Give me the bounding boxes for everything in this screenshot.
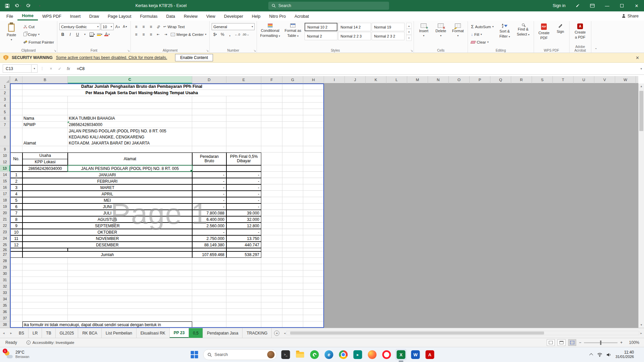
cut-button[interactable]: Cut: [22, 23, 55, 30]
cell-F37[interactable]: [261, 315, 282, 321]
ribbon-tab-nitro-pro[interactable]: Nitro Pro: [265, 11, 290, 20]
row-header-28[interactable]: 28: [0, 258, 10, 264]
cell-F5[interactable]: [261, 109, 282, 115]
cell-G23[interactable]: [282, 229, 303, 235]
column-header-W[interactable]: W: [615, 76, 636, 83]
cell-A1[interactable]: [10, 83, 22, 90]
cell-G29[interactable]: [282, 264, 303, 270]
row-header-9[interactable]: 9: [0, 146, 10, 153]
fill-color-button[interactable]: ▾: [96, 31, 103, 38]
outside-print-area[interactable]: [324, 165, 638, 172]
pph-februari[interactable]: -: [226, 178, 261, 184]
ribbon-tab-formulas[interactable]: Formulas: [136, 11, 162, 20]
increase-font-size-icon[interactable]: A▲: [114, 23, 121, 30]
cell-H27[interactable]: [303, 251, 324, 258]
cell-F27[interactable]: [261, 251, 282, 258]
cell-G32[interactable]: [282, 283, 303, 290]
cell-H19[interactable]: [303, 203, 324, 210]
cell-H21[interactable]: [303, 216, 324, 223]
cell-style-normal-10-2[interactable]: Normal 10 2: [305, 23, 337, 31]
decrease-decimal-icon[interactable]: .00→: [241, 31, 250, 38]
cell-E7[interactable]: [226, 122, 261, 128]
conditional-formatting-button[interactable]: Conditional Formatting ▾: [259, 22, 281, 38]
wifi-icon[interactable]: [597, 353, 602, 357]
bruto-oktober[interactable]: -: [192, 229, 226, 235]
month-no-mei[interactable]: 5: [10, 197, 22, 203]
outside-print-area[interactable]: [324, 210, 638, 216]
cell-H35[interactable]: [303, 302, 324, 309]
month-no-desember[interactable]: 12: [10, 242, 22, 248]
ribbon-tab-file[interactable]: File: [2, 11, 17, 20]
clipboard-dialog-launcher-icon[interactable]: ↘: [54, 49, 57, 52]
formula-input[interactable]: =C8: [77, 66, 85, 71]
row-header-33[interactable]: 33: [0, 290, 10, 296]
cell-A34[interactable]: [10, 296, 22, 302]
cell-H10[interactable]: [303, 153, 324, 165]
font-size-select[interactable]: 10▾: [101, 23, 114, 30]
clock[interactable]: 11:40 31/01/2026: [615, 350, 634, 359]
ribbon-tab-developer[interactable]: Developer: [220, 11, 248, 20]
cell-G27[interactable]: [282, 251, 303, 258]
row-header-24[interactable]: 24: [0, 235, 10, 242]
page-layout-view-button[interactable]: [557, 339, 566, 346]
cell-H38[interactable]: [303, 321, 324, 328]
cell-B4[interactable]: [22, 103, 68, 109]
zoom-in-icon[interactable]: +: [620, 340, 623, 345]
cell-H37[interactable]: [303, 315, 324, 321]
cell-B29[interactable]: [22, 264, 68, 270]
ribbon-display-options-icon[interactable]: [585, 0, 600, 11]
outside-print-area[interactable]: [324, 302, 638, 309]
cell-G20[interactable]: [282, 210, 303, 216]
cell-G5[interactable]: [282, 109, 303, 115]
decrease-font-size-icon[interactable]: A▼: [122, 23, 128, 30]
cell-F3[interactable]: [261, 96, 282, 103]
cell-C31[interactable]: [68, 277, 192, 283]
table-header-usaha-kpp[interactable]: UsahaKPP Lokasi: [22, 153, 68, 165]
cell-B35[interactable]: [22, 302, 68, 309]
month-name-desember[interactable]: DESEMBER: [22, 242, 192, 248]
cell-G14[interactable]: [282, 172, 303, 178]
total-pph[interactable]: 538.297: [226, 251, 261, 258]
cell-H34[interactable]: [303, 296, 324, 302]
cell-B34[interactable]: [22, 296, 68, 302]
cell-G31[interactable]: [282, 277, 303, 283]
column-header-U[interactable]: U: [574, 76, 594, 83]
column-header-P[interactable]: P: [470, 76, 490, 83]
ribbon-tab-page-layout[interactable]: Page Layout: [103, 11, 136, 20]
font-family-select[interactable]: Century Gothic▾: [59, 23, 100, 30]
format-painter-button[interactable]: Format Painter: [22, 39, 55, 46]
month-name-oktober[interactable]: OKTOBER: [22, 229, 192, 235]
table-header-bruto[interactable]: PeredaranBruto: [192, 153, 226, 165]
cell-G36[interactable]: [282, 309, 303, 315]
cell-G38[interactable]: [282, 321, 303, 328]
ribbon-tab-insert[interactable]: Insert: [66, 11, 85, 20]
cell-F23[interactable]: [261, 229, 282, 235]
sheet-tab-gl2025[interactable]: GL2025: [56, 328, 78, 338]
collapse-ribbon-icon[interactable]: ⌃: [591, 21, 601, 53]
sheet-tab-bs[interactable]: BS: [15, 328, 29, 338]
cell-G6[interactable]: [282, 115, 303, 122]
bruto-agustus[interactable]: 6.400.000: [192, 216, 226, 223]
outside-print-area[interactable]: [324, 90, 638, 96]
cell-B26[interactable]: [22, 248, 68, 251]
cell-B9[interactable]: [22, 146, 68, 153]
month-name-juli[interactable]: JULI: [22, 210, 192, 216]
row-header-32[interactable]: 32: [0, 283, 10, 290]
cell-C3[interactable]: [68, 96, 192, 103]
row-header-38[interactable]: 38: [0, 321, 10, 328]
cell-F32[interactable]: [261, 283, 282, 290]
cell-G8[interactable]: [282, 128, 303, 146]
month-no-maret[interactable]: 3: [10, 184, 22, 191]
cell-D34[interactable]: [192, 296, 226, 302]
chrome-icon[interactable]: [338, 349, 349, 360]
cell-G3[interactable]: [282, 96, 303, 103]
zoom-percentage[interactable]: 100%: [625, 340, 639, 345]
gallery-more-icon[interactable]: ≡: [406, 35, 412, 41]
accessibility-status[interactable]: i Accessibility: Investigate: [22, 341, 78, 345]
formula-bar-grip[interactable]: ⋮: [38, 66, 47, 71]
column-header-G[interactable]: G: [282, 76, 303, 83]
cell-H17[interactable]: [303, 191, 324, 197]
name-box-caret-icon[interactable]: ▾: [32, 64, 38, 73]
save-icon[interactable]: [2, 1, 12, 10]
cell-A9[interactable]: [10, 146, 22, 153]
